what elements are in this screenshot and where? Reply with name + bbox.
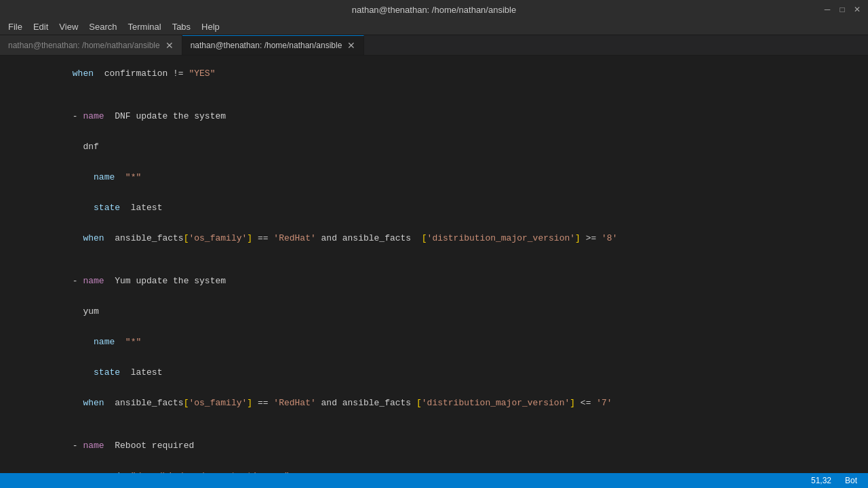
menu-terminal[interactable]: Terminal — [123, 20, 167, 33]
editor-area[interactable]: when confirmation != "YES" - name DNF up… — [0, 56, 868, 473]
code-line: when ansible_facts['os_family'] == 'RedH… — [0, 388, 868, 418]
cursor-position: 51,32 — [811, 476, 831, 485]
code-line: name "*" — [0, 162, 868, 192]
maximize-button[interactable]: □ — [837, 4, 848, 15]
menu-file[interactable]: File — [3, 20, 28, 33]
tab-1[interactable]: nathan@thenathan: /home/nathan/ansible ✕ — [0, 35, 182, 55]
menu-edit[interactable]: Edit — [28, 20, 54, 33]
menu-search[interactable]: Search — [83, 20, 122, 33]
code-line — [0, 253, 868, 266]
code-line: when confirmation != "YES" — [0, 58, 868, 89]
menu-help[interactable]: Help — [196, 20, 225, 33]
close-button[interactable]: ✕ — [852, 4, 863, 15]
code-line — [0, 418, 868, 430]
code-line: dnf — [0, 131, 868, 162]
code-line: name "*" — [0, 327, 868, 357]
editor-mode: Bot — [845, 476, 857, 485]
code-line: when ansible_facts['os_family'] == 'RedH… — [0, 223, 868, 253]
title-bar-text: nathan@thenathan: /home/nathan/ansible — [352, 5, 516, 15]
code-line — [0, 89, 868, 101]
title-bar: nathan@thenathan: /home/nathan/ansible ─… — [0, 0, 868, 19]
status-bar: 51,32 Bot — [0, 473, 868, 488]
tab-2-label: nathan@thenathan: /home/nathan/ansible — [191, 41, 342, 50]
menu-tabs[interactable]: Tabs — [167, 20, 196, 33]
tab-1-label: nathan@thenathan: /home/nathan/ansible — [8, 41, 160, 50]
code-line: state latest — [0, 192, 868, 223]
tab-2[interactable]: nathan@thenathan: /home/nathan/ansible ✕ — [182, 35, 365, 55]
code-line: - name DNF update the system — [0, 101, 868, 131]
code-line: - name Reboot required — [0, 430, 868, 461]
tab-2-close[interactable]: ✕ — [347, 41, 355, 50]
tab-bar: nathan@thenathan: /home/nathan/ansible ✕… — [0, 35, 868, 56]
code-line: - name Yum update the system — [0, 266, 868, 296]
code-line: state latest — [0, 357, 868, 388]
menu-view[interactable]: View — [54, 20, 83, 33]
code-line: yum — [0, 296, 868, 327]
code-line: command "/usr/bin/needs-restarting -r" — [0, 461, 868, 473]
menu-bar: File Edit View Search Terminal Tabs Help — [0, 19, 868, 35]
minimize-button[interactable]: ─ — [822, 4, 833, 15]
title-bar-controls[interactable]: ─ □ ✕ — [822, 4, 863, 15]
tab-1-close[interactable]: ✕ — [165, 41, 174, 50]
